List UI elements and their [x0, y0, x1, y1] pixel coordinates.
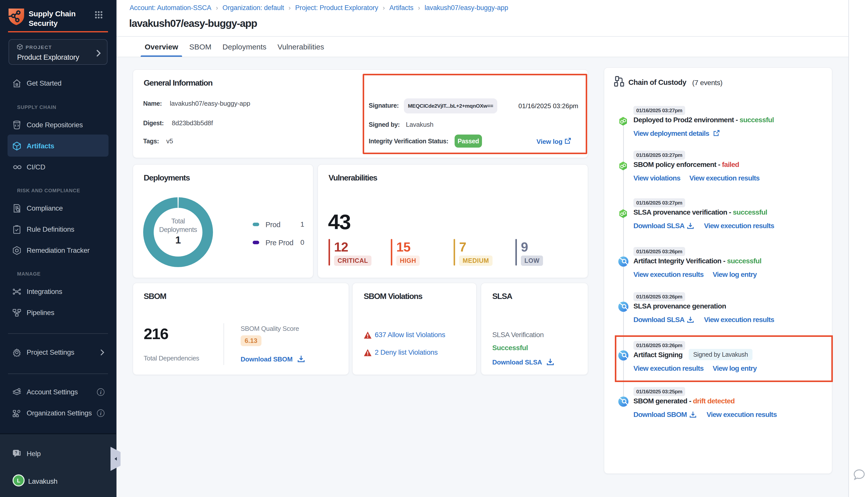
svg-text:?: ? — [15, 451, 17, 455]
